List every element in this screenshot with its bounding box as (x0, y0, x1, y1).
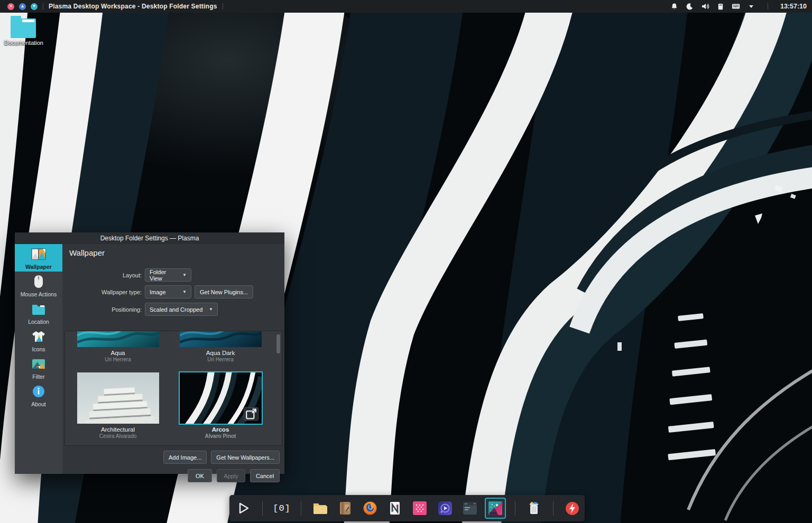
positioning-label: Positioning: (62, 306, 145, 313)
layout-value: Folder View (150, 269, 178, 282)
wallpaper-type-dropdown[interactable]: Image ▼ (145, 285, 191, 298)
dock-terminal[interactable] (461, 499, 478, 517)
dock-separator (301, 501, 301, 516)
folder-icon (31, 301, 47, 317)
dock: [0] (229, 495, 585, 521)
dock-dot-grid-app[interactable] (411, 499, 429, 517)
desktop-folder-label: Documentation (4, 40, 42, 46)
play-outline-icon (238, 502, 250, 515)
apply-button[interactable]: Apply (217, 469, 245, 482)
desktop-folder-settings-dialog: Desktop Folder Settings — Plasma Wallpap… (15, 232, 284, 474)
folder-icon (11, 16, 36, 38)
dock-play-launcher[interactable] (235, 499, 252, 517)
desktop-folder-documentation[interactable]: Documentation (4, 16, 42, 46)
notable-icon (389, 501, 401, 516)
keyboard-icon[interactable] (732, 2, 740, 11)
page-title: Wallpaper (69, 248, 105, 257)
wallpaper-author: Cesira Alvarado (67, 433, 169, 439)
dock-trash[interactable] (525, 499, 543, 517)
wallpaper-author: Alvaro Pinot (169, 433, 272, 439)
firefox-icon (363, 501, 377, 516)
chevron-down-icon: ▼ (182, 273, 187, 277)
positioning-dropdown[interactable]: Scaled and Cropped ▼ (145, 303, 218, 316)
terminal-icon (463, 501, 477, 515)
clock[interactable]: 13:57:10 (780, 3, 807, 10)
ok-button[interactable]: OK (188, 469, 212, 482)
dock-separator (553, 501, 553, 516)
positioning-value: Scaled and Cropped (150, 306, 202, 313)
device-notifier-icon[interactable] (716, 2, 725, 11)
image-filter-icon (31, 356, 47, 372)
wallpaper-type-label: Wallpaper type: (62, 289, 145, 295)
wallpaper-grid: Aqua Uri Herrera Aqua Dark Uri Herrera (64, 331, 282, 446)
sidebar-item-label: Wallpaper (25, 264, 52, 270)
top-panel: ✕ ▲ ▼ Plasma Desktop Workspace - Desktop… (0, 0, 812, 13)
sidebar-item-location[interactable]: Location (15, 299, 62, 326)
sidebar-item-about[interactable]: About (15, 381, 62, 409)
sidebar-item-label: About (31, 401, 45, 407)
wallpaper-thumb-architectural[interactable] (77, 372, 159, 424)
dialog-title: Desktop Folder Settings — Plasma (100, 235, 199, 242)
dock-separator (262, 501, 263, 516)
get-new-wallpapers-button[interactable]: Get New Wallpapers... (211, 451, 280, 464)
sidebar-item-label: Icons (32, 346, 45, 352)
add-image-button[interactable]: Add Image... (163, 451, 207, 464)
night-color-icon[interactable] (686, 2, 694, 11)
cancel-button[interactable]: Cancel (250, 469, 280, 482)
dock-notable[interactable] (386, 499, 404, 517)
wallpaper-author: Uri Herrera (169, 357, 272, 362)
notifications-icon[interactable] (670, 2, 679, 11)
minimize-button[interactable]: ▼ (31, 3, 38, 10)
panel-separator (223, 3, 223, 10)
power-bolt-icon (565, 501, 579, 516)
close-button[interactable]: ✕ (7, 3, 14, 10)
active-window-title: Plasma Desktop Workspace - Desktop Folde… (49, 3, 217, 10)
wallpaper-icon (31, 246, 47, 262)
wallpaper-thumb-aqua-dark[interactable] (180, 331, 262, 347)
volume-icon[interactable] (701, 2, 709, 11)
wallpaper-thumb-arcos-selected[interactable] (180, 372, 262, 424)
trash-icon (528, 501, 540, 516)
media-player-icon (438, 501, 453, 516)
wallpaper-type-value: Image (150, 289, 166, 295)
dock-wallpaper-settings-active[interactable] (485, 498, 505, 519)
expand-tray-icon[interactable] (747, 2, 755, 11)
sidebar-item-label: Mouse Actions (21, 291, 57, 297)
wallpaper-thumb-aqua[interactable] (77, 331, 159, 347)
layout-dropdown[interactable]: Folder View ▼ (145, 268, 191, 282)
sidebar-item-icons[interactable]: Icons (15, 326, 62, 354)
sidebar-item-filter[interactable]: Filter (15, 354, 62, 381)
chevron-down-icon: ▼ (209, 307, 213, 312)
settings-sidebar: Wallpaper Mouse Actions Location Icons (15, 244, 62, 474)
maximize-button[interactable]: ▲ (19, 3, 26, 10)
dialog-titlebar[interactable]: Desktop Folder Settings — Plasma (15, 232, 284, 244)
wallpaper-name: Aqua Dark (169, 350, 272, 356)
tshirt-icon (31, 329, 47, 344)
get-new-plugins-button[interactable]: Get New Plugins... (195, 285, 253, 298)
wallpaper-list-scrollbar[interactable] (276, 334, 280, 353)
open-preview-button[interactable] (244, 407, 259, 421)
panel-separator (768, 3, 768, 10)
dock-pager[interactable]: [0] (273, 499, 291, 517)
book-icon (338, 501, 352, 516)
pager-label: [0] (273, 503, 291, 513)
folder-icon (312, 502, 327, 515)
sidebar-item-wallpaper[interactable]: Wallpaper (15, 244, 62, 272)
info-icon (31, 384, 47, 399)
sidebar-item-mouse-actions[interactable]: Mouse Actions (15, 272, 62, 299)
layout-label: Layout: (62, 272, 145, 278)
dock-power[interactable] (564, 499, 581, 517)
dock-media-player[interactable] (436, 499, 454, 517)
wallpaper-name: Aqua (67, 350, 169, 356)
dock-notes-book[interactable] (336, 499, 354, 517)
wallpaper-settings-icon (488, 501, 503, 516)
dock-separator (515, 501, 515, 516)
wallpaper-settings-page: Wallpaper Layout: Folder View ▼ Wallpape… (62, 244, 284, 474)
sidebar-item-label: Location (28, 319, 49, 325)
mouse-icon (31, 274, 47, 289)
dock-file-manager[interactable] (311, 499, 329, 517)
dock-firefox[interactable] (361, 499, 379, 517)
chevron-down-icon: ▼ (182, 289, 187, 294)
wallpaper-author: Uri Herrera (67, 357, 169, 362)
wallpaper-name: Arcos (169, 426, 272, 433)
